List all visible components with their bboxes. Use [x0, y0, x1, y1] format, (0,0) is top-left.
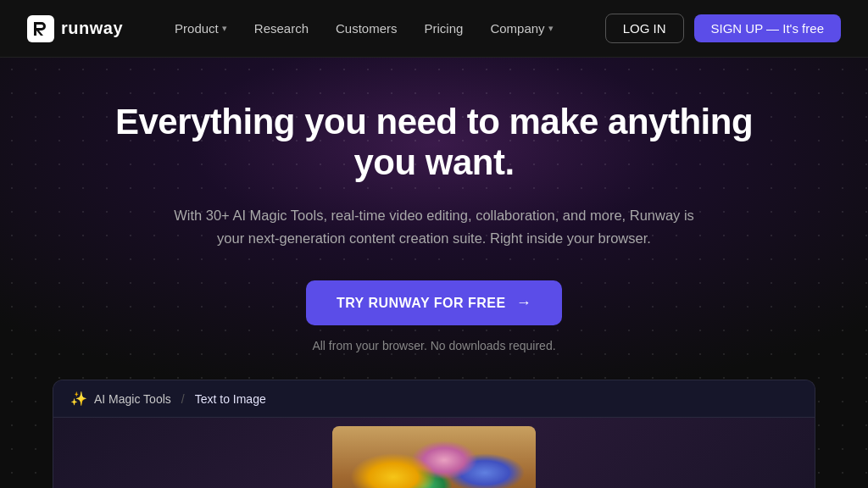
nav-item-pricing[interactable]: Pricing	[415, 14, 474, 42]
cta-button[interactable]: TRY RUNWAY FOR FREE →	[306, 280, 562, 325]
nav-actions: LOG IN SIGN UP — It's free	[605, 14, 841, 43]
demo-section: ✨ AI Magic Tools / Text to Image	[53, 380, 815, 488]
nav-item-company[interactable]: Company ▾	[480, 14, 563, 42]
demo-divider: /	[181, 392, 185, 406]
hero-subtitle: With 30+ AI Magic Tools, real-time video…	[171, 204, 697, 250]
demo-section-label: AI Magic Tools	[94, 392, 171, 406]
signup-button[interactable]: SIGN UP — It's free	[694, 14, 841, 42]
nav-links: Product ▾ Research Customers Pricing Com…	[164, 14, 564, 42]
nav-item-customers[interactable]: Customers	[326, 14, 408, 42]
logo-text: runway	[61, 19, 123, 38]
hero-section: Everything you need to make anything you…	[0, 58, 868, 488]
chevron-down-icon: ▾	[222, 23, 227, 34]
logo[interactable]: runway	[27, 15, 123, 42]
flowers-image	[332, 426, 536, 488]
demo-active-tool: Text to Image	[195, 392, 266, 406]
demo-header: ✨ AI Magic Tools / Text to Image	[53, 380, 815, 418]
nav-item-research[interactable]: Research	[244, 14, 319, 42]
nav-item-product[interactable]: Product ▾	[164, 14, 237, 42]
hero-title: Everything you need to make anything you…	[86, 102, 782, 184]
demo-image	[332, 426, 536, 488]
logo-icon	[27, 15, 54, 42]
hero-content: Everything you need to make anything you…	[0, 58, 868, 488]
arrow-icon: →	[516, 294, 532, 312]
magic-icon: ✨	[70, 391, 87, 407]
chevron-down-icon: ▾	[548, 23, 554, 34]
login-button[interactable]: LOG IN	[605, 14, 684, 43]
cta-label: TRY RUNWAY FOR FREE	[337, 296, 506, 311]
navbar: runway Product ▾ Research Customers Pric…	[0, 0, 868, 58]
hero-note: All from your browser. No downloads requ…	[312, 339, 555, 352]
demo-body	[53, 418, 815, 488]
